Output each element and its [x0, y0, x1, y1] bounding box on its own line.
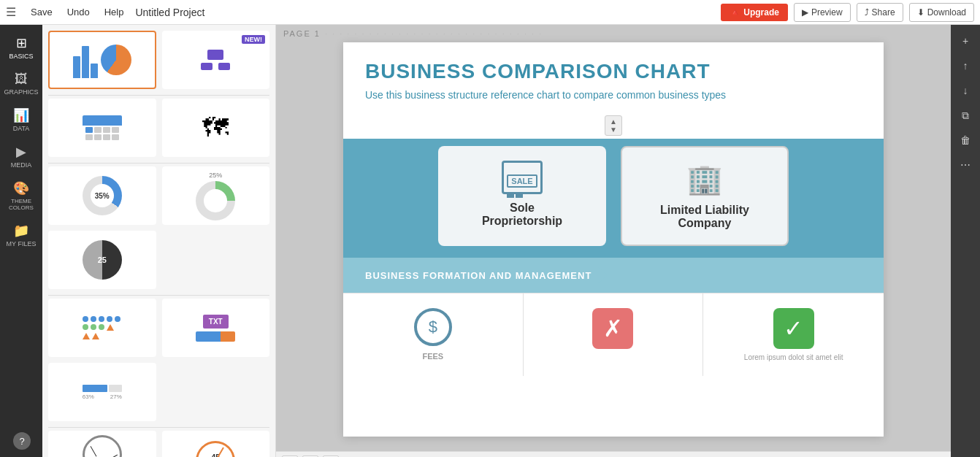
- ig-scroll-hint[interactable]: ▲ ▼: [592, 115, 635, 136]
- sidebar-item-label: MEDIA: [11, 161, 32, 169]
- panel-divider-2: [48, 163, 269, 164]
- panel-item-progress-labeled[interactable]: 63% 27%: [48, 363, 156, 421]
- panel-grid-row1: NEW!: [48, 31, 269, 89]
- ig-data-cell-fees: $ FEES: [343, 293, 524, 376]
- right-toolbar: + ↑ ↓ ⧉ 🗑 ⋯: [951, 25, 980, 457]
- canvas-content: BUSINESS COMPARISON CHART Use this busin…: [276, 42, 951, 451]
- sidebar-item-basics[interactable]: ⊞ BASICS: [2, 31, 40, 64]
- progress-bar-labeled-icon: 63% 27%: [83, 385, 122, 400]
- sidebar-item-label: MY FILES: [7, 240, 37, 247]
- page-label: PAGE 1 · · · · · · · · · · · · · · · · ·…: [283, 29, 543, 38]
- share-button[interactable]: ⤴ Share: [857, 3, 903, 22]
- sole-proprietorship-title: Sole Proprietorship: [482, 201, 562, 228]
- icon-sidebar: ⊞ BASICS 🖼 GRAPHICS 📊 DATA ▶ MEDIA 🎨 THE…: [0, 25, 42, 457]
- panel-item-org-chart[interactable]: NEW!: [162, 31, 270, 89]
- panel-item-gauge-premium[interactable]: 45 min Premium: [162, 431, 270, 457]
- org-chart-mini: [201, 50, 230, 70]
- ig-subtitle: Use this business structure reference ch…: [365, 89, 862, 101]
- add-element-button[interactable]: +: [954, 29, 977, 53]
- move-up-button[interactable]: ↑: [954, 54, 977, 77]
- ig-section-bar: BUSINESS FORMATION AND MANAGEMENT: [343, 258, 884, 293]
- share-icon: ⤴: [865, 7, 869, 18]
- panel-item-donut-25[interactable]: 25%: [162, 166, 270, 225]
- main-area: ⊞ BASICS 🖼 GRAPHICS 📊 DATA ▶ MEDIA 🎨 THE…: [0, 25, 980, 457]
- delete-button[interactable]: 🗑: [954, 128, 977, 152]
- undo-button[interactable]: Undo: [61, 4, 96, 20]
- graphics-icon: 🖼: [15, 72, 28, 87]
- project-title: Untitled Project: [135, 7, 204, 18]
- ig-card-sole-proprietorship[interactable]: SALE Sole Proprietorship: [438, 146, 606, 246]
- help-button[interactable]: Help: [99, 4, 130, 20]
- world-map-icon: 🗺: [202, 112, 229, 143]
- panel-item-donut-35[interactable]: 35%: [48, 166, 156, 225]
- duplicate-button[interactable]: ⧉: [954, 104, 977, 127]
- preview-button[interactable]: ▶ Preview: [794, 3, 851, 22]
- theme-colors-icon: 🎨: [13, 180, 29, 196]
- ig-card-llc[interactable]: 🏢 Limited Liability Company: [621, 146, 789, 246]
- dollar-icon: $: [414, 308, 452, 346]
- upgrade-button[interactable]: 🔺 Upgrade: [721, 4, 788, 21]
- donut-value: 35%: [91, 184, 114, 207]
- sidebar-item-theme-colors[interactable]: 🎨 THEME COLORS: [2, 176, 40, 215]
- scroll-arrows: ▲ ▼: [605, 115, 622, 136]
- canvas-top-bar: PAGE 1 · · · · · · · · · · · · · · · · ·…: [276, 25, 951, 42]
- move-down-button[interactable]: ↓: [954, 79, 977, 102]
- panel-item-text-bar[interactable]: TXT: [162, 299, 270, 357]
- panel-divider-4: [48, 427, 269, 428]
- sidebar-item-data[interactable]: 📊 DATA: [2, 103, 40, 137]
- ig-header: BUSINESS COMPARISON CHART Use this busin…: [343, 42, 884, 112]
- dot-matrix-icon: [83, 316, 122, 339]
- topbar: ☰ Save Undo Help Untitled Project 🔺 Upgr…: [0, 0, 980, 25]
- text-block-icon: TXT: [203, 315, 229, 329]
- gauge-chart-25: 25: [83, 240, 122, 280]
- panel-divider-1: [48, 95, 269, 96]
- panel-item-world-map[interactable]: 🗺: [162, 99, 270, 157]
- section-arrow-icon: [597, 266, 608, 284]
- stacked-bar-icon: [196, 331, 235, 342]
- clock-icon: [83, 435, 122, 457]
- canvas-area: PAGE 1 · · · · · · · · · · · · · · · · ·…: [276, 25, 951, 457]
- donut-chart-35: 35%: [83, 176, 122, 215]
- sidebar-item-label: GRAPHICS: [4, 88, 39, 96]
- ig-data-row: $ FEES ✗ ✓ Lorem ipsum dolot sit amet el…: [343, 293, 884, 376]
- more-options-button[interactable]: ⋯: [954, 153, 977, 177]
- media-icon: ▶: [16, 144, 26, 160]
- panel: NEW!: [42, 25, 276, 457]
- panel-grid-row3: 35% 25% 25: [48, 166, 269, 289]
- llc-icon: 🏢: [686, 162, 723, 196]
- sidebar-item-label: DATA: [13, 125, 30, 132]
- sidebar-item-graphics[interactable]: 🖼 GRAPHICS: [2, 67, 40, 100]
- panel-item-chart-combo[interactable]: [48, 31, 156, 89]
- panel-item-dots[interactable]: [48, 299, 156, 357]
- new-badge: NEW!: [242, 35, 265, 44]
- green-check-icon: ✓: [773, 308, 814, 349]
- sidebar-item-label: BASICS: [9, 53, 33, 60]
- panel-item-calendar[interactable]: [48, 99, 156, 157]
- help-circle-button[interactable]: ?: [13, 432, 31, 450]
- download-button[interactable]: ⬇ Download: [909, 3, 974, 22]
- save-button[interactable]: Save: [25, 4, 58, 20]
- chart-combo-icon: [73, 42, 131, 78]
- sidebar-item-media[interactable]: ▶ MEDIA: [2, 139, 40, 173]
- preview-icon: ▶: [802, 7, 808, 18]
- panel-grid-row4: TXT 63% 27%: [48, 299, 269, 421]
- bar-chart-mini: [73, 42, 98, 78]
- download-icon: ⬇: [917, 7, 925, 18]
- bottom-bar: − + ⟳ 92%: [276, 451, 951, 457]
- panel-item-gauge-25[interactable]: 25: [48, 231, 156, 289]
- basics-icon: ⊞: [16, 35, 27, 51]
- my-files-icon: 📁: [13, 223, 29, 239]
- calendar-mini: [83, 115, 122, 140]
- sidebar-item-label: THEME COLORS: [5, 198, 37, 211]
- ig-data-cell-col2: ✗: [524, 293, 704, 376]
- panel-divider-3: [48, 295, 269, 296]
- sidebar-item-my-files[interactable]: 📁 MY FILES: [2, 218, 40, 252]
- infographic-card[interactable]: BUSINESS COMPARISON CHART Use this busin…: [343, 42, 884, 437]
- ig-title: BUSINESS COMPARISON CHART: [365, 60, 862, 83]
- panel-item-clock-premium[interactable]: Premium: [48, 431, 156, 457]
- donut-25-label: 25%: [209, 172, 222, 179]
- panel-grid-row5: Premium 45 min Premium 50: [48, 431, 269, 457]
- hamburger-icon[interactable]: ☰: [6, 5, 16, 19]
- red-x-icon: ✗: [592, 308, 633, 349]
- sole-proprietorship-icon: SALE: [502, 161, 543, 194]
